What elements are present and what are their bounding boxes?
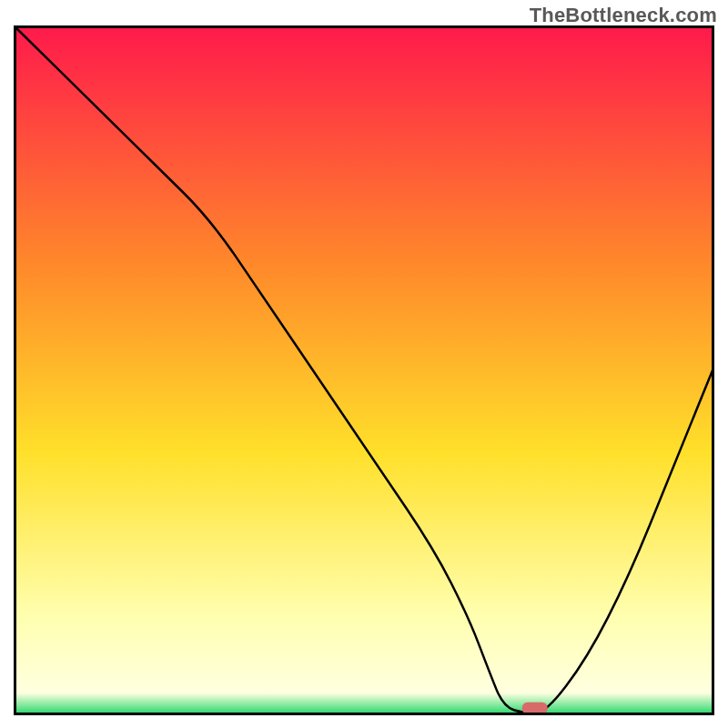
plot-svg [14, 25, 714, 715]
watermark-label: TheBottleneck.com [530, 4, 717, 27]
bottleneck-plot [14, 25, 714, 715]
optimum-marker [522, 703, 548, 714]
chart-container: TheBottleneck.com [0, 0, 728, 728]
